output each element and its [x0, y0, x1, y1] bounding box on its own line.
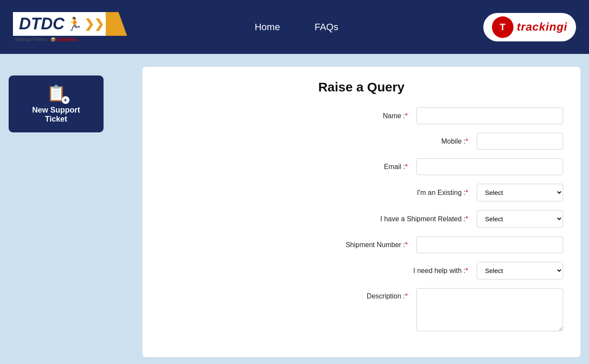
help-with-row: I need help with :* Select	[160, 262, 563, 279]
email-row: Email :*	[160, 158, 563, 175]
description-row: Description :*	[160, 288, 563, 331]
description-label: Description :*	[160, 288, 416, 300]
shipment-related-row: I have a Shipment Related :* Select	[160, 210, 563, 228]
shipment-related-label: I have a Shipment Related :*	[160, 215, 477, 223]
header-logo-area: DTDC 🏃 ❯❯ Strategic Partner : 📦 dpdgroup	[13, 12, 110, 42]
new-ticket-label: New Support Ticket	[22, 106, 91, 124]
shipment-number-input[interactable]	[416, 236, 563, 253]
name-label: Name :*	[160, 112, 416, 120]
shipment-number-row: Shipment Number :*	[160, 236, 563, 253]
existing-row: I'm an Existing :* Select	[160, 184, 563, 201]
main-content: 📋 + New Support Ticket Raise a Query Nam…	[0, 54, 589, 364]
name-row: Name :*	[160, 107, 563, 124]
description-textarea[interactable]	[416, 288, 563, 331]
partner-info: Strategic Partner : 📦 dpdgroup	[13, 37, 110, 42]
mobile-input[interactable]	[477, 133, 563, 150]
shipment-related-select[interactable]: Select	[477, 210, 563, 228]
name-input[interactable]	[416, 107, 563, 124]
runner-icon: 🏃	[66, 16, 82, 31]
mobile-label: Mobile :*	[160, 138, 477, 145]
form-title: Raise a Query	[160, 80, 563, 94]
trackingi-logo: T trackingi	[483, 13, 576, 41]
help-with-label: I need help with :*	[160, 267, 477, 275]
nav-faqs[interactable]: FAQs	[315, 22, 338, 33]
site-header: DTDC 🏃 ❯❯ Strategic Partner : 📦 dpdgroup…	[0, 0, 589, 54]
sidebar: 📋 + New Support Ticket	[0, 67, 142, 357]
dpd-logo: 📦 dpdgroup	[50, 37, 77, 42]
trackingi-icon: T	[492, 16, 513, 38]
orange-wedge-decoration	[106, 12, 127, 36]
dtdc-brand: DTDC 🏃 ❯❯	[19, 15, 104, 33]
existing-select[interactable]: Select	[477, 184, 563, 201]
dtdc-logo-container: DTDC 🏃 ❯❯	[13, 12, 110, 36]
partner-label: Strategic Partner :	[15, 37, 50, 42]
arrow-icon: ❯❯	[84, 17, 104, 31]
nav-home[interactable]: Home	[255, 22, 280, 33]
existing-label: I'm an Existing :*	[160, 189, 477, 197]
help-with-select[interactable]: Select	[477, 262, 563, 279]
ticket-icon: 📋 +	[47, 84, 66, 102]
mobile-row: Mobile :*	[160, 133, 563, 150]
new-support-ticket-button[interactable]: 📋 + New Support Ticket	[9, 75, 104, 132]
main-nav: Home FAQs	[255, 22, 338, 33]
plus-icon: +	[62, 96, 69, 104]
email-label: Email :*	[160, 163, 416, 171]
dtdc-text: DTDC	[19, 15, 65, 33]
shipment-number-label: Shipment Number :*	[160, 241, 416, 249]
raise-query-panel: Raise a Query Name :* Mobile :* Email :*	[142, 67, 580, 357]
trackingi-brand-text: trackingi	[517, 20, 567, 34]
email-input[interactable]	[416, 158, 563, 175]
